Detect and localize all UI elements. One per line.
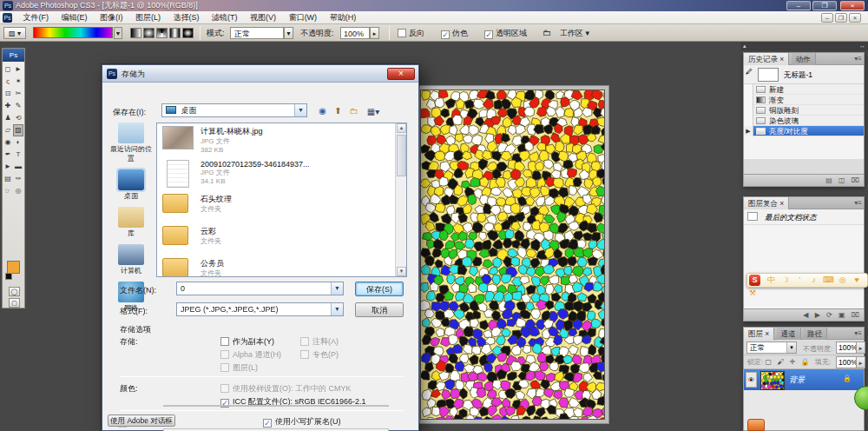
maximize-button[interactable]: ❐ (812, 1, 837, 10)
as-copy-checkbox[interactable]: 作为副本(Y) (220, 336, 274, 348)
new-snapshot-icon[interactable]: ◫ (838, 176, 845, 184)
new-folder-icon[interactable]: 🗀 (347, 104, 360, 117)
place-computer[interactable]: 计算机 (108, 244, 155, 275)
doc-restore-button[interactable]: ❐ (835, 13, 847, 23)
next-comp-icon[interactable]: ▶ (815, 311, 820, 319)
screen-mode-button[interactable]: ▢ (9, 298, 20, 308)
expand-dock-icon[interactable]: ↔ (859, 42, 865, 50)
radial-gradient-button[interactable] (143, 28, 155, 38)
history-state[interactable]: 新建 (744, 84, 864, 95)
new-comp-icon[interactable]: ▣ (838, 311, 845, 319)
reflected-gradient-button[interactable] (169, 28, 181, 38)
chinese-mode-icon[interactable]: 中 (766, 274, 776, 287)
opacity-arrow-icon[interactable]: ▸ (370, 27, 379, 39)
menu-image[interactable]: 图像(I) (95, 11, 128, 24)
lock-transparent-icon[interactable]: ▢ (765, 358, 772, 366)
save-button[interactable]: 保存(S) (355, 282, 404, 296)
cancel-button[interactable]: 取消 (355, 302, 404, 317)
menu-filter[interactable]: 滤镜(T) (207, 11, 243, 24)
background-color-swatch[interactable] (5, 273, 12, 280)
slice-tool[interactable]: ✂ (13, 88, 23, 100)
search-icon[interactable]: ◎ (838, 274, 848, 287)
layer-row-background[interactable]: 👁 背景 🔒 (744, 369, 864, 390)
fill-value[interactable]: 100% (836, 356, 857, 368)
mode-select[interactable]: 正常 (230, 27, 284, 39)
menu-layer[interactable]: 图层(L) (130, 11, 166, 24)
tray-app-icon[interactable] (747, 419, 765, 431)
close-button[interactable]: × (840, 1, 865, 10)
healing-brush-tool[interactable]: ✚ (3, 100, 13, 112)
punctuation-icon[interactable]: ’ (794, 274, 805, 287)
quick-mask-button[interactable]: ◯ (9, 287, 20, 296)
save-in-select[interactable]: 桌面 ▼ (161, 103, 307, 117)
lowercase-checkbox[interactable]: ✓使用小写扩展名(U) (263, 416, 341, 428)
doc-minimize-button[interactable]: – (821, 13, 833, 23)
file-row[interactable]: 云彩 文件夹 (157, 221, 406, 253)
mode-select-arrow-icon[interactable]: ▼ (284, 27, 293, 39)
place-desktop[interactable]: 桌面 (108, 169, 155, 201)
scroll-up-icon[interactable]: ▲ (397, 123, 406, 133)
blend-mode-select[interactable]: 正常▼ (746, 341, 797, 354)
sogou-logo-icon[interactable]: S (749, 275, 760, 286)
lock-move-icon[interactable]: ✛ (790, 358, 796, 366)
dialog-title-bar[interactable]: Ps 存储为 × (102, 65, 418, 83)
reverse-checkbox[interactable]: 反向 (398, 27, 424, 39)
file-row[interactable]: 20091027012359-346184937... JPG 文件 34.1 … (157, 157, 406, 189)
minimize-button[interactable]: – (786, 1, 811, 10)
canvas-image[interactable] (420, 90, 605, 420)
menu-help[interactable]: 帮助(H) (325, 11, 362, 24)
visibility-eye-icon[interactable]: 👁 (746, 372, 757, 388)
history-state[interactable]: 渐变 (744, 95, 864, 105)
magic-wand-tool[interactable]: ✶ (13, 76, 23, 88)
half-moon-icon[interactable]: ☽ (780, 274, 791, 287)
gradient-tool[interactable]: ▨ (13, 124, 23, 136)
delete-comp-icon[interactable]: ⌧ (852, 311, 859, 319)
opacity-input[interactable]: 100% (340, 27, 370, 39)
sogou-input-bar[interactable]: S 中 ☽ ’ ♪ ⌨ ◎ ♥ ⚒ (746, 273, 868, 288)
tool-preset-picker[interactable]: ▨ ▾ (3, 27, 26, 39)
gradient-picker-arrow-icon[interactable]: ▼ (114, 27, 122, 39)
crop-tool[interactable]: ⊡ (3, 88, 13, 100)
menu-select[interactable]: 选择(S) (168, 11, 205, 24)
prev-comp-icon[interactable]: ◀ (803, 311, 808, 319)
pen-tool[interactable]: ✒ (3, 149, 13, 161)
diamond-gradient-button[interactable] (182, 28, 194, 38)
update-comp-icon[interactable]: ⟳ (826, 311, 832, 319)
eyedropper-tool[interactable]: ✑ (13, 173, 23, 185)
dialog-close-button[interactable]: × (387, 68, 415, 80)
transparency-checkbox[interactable]: ✓透明区域 (484, 27, 527, 39)
path-select-tool[interactable]: ► (3, 161, 13, 173)
zoom-tool[interactable]: ◎ (13, 185, 23, 197)
toolbox-header[interactable]: Ps (3, 49, 24, 62)
foreground-color-swatch[interactable] (7, 261, 20, 274)
lock-all-icon[interactable]: 🔒 (800, 358, 809, 366)
notes-tool[interactable]: ▤ (3, 173, 13, 185)
dodge-tool[interactable]: ◐ (13, 136, 23, 149)
snapshot-row[interactable]: 🖉 无标题-1 (744, 65, 864, 84)
dither-checkbox[interactable]: ✓仿色 (441, 27, 468, 39)
back-icon[interactable]: ◉ (316, 104, 329, 117)
panel-menu-icon[interactable]: ▾≡ (854, 55, 862, 63)
shape-tool[interactable]: ▬ (13, 161, 23, 173)
delete-state-icon[interactable]: ⌧ (852, 176, 859, 184)
place-libraries[interactable]: 库 (108, 207, 155, 238)
skin-icon[interactable]: ♥ (852, 274, 862, 287)
filename-input[interactable]: 0 ▼ (176, 282, 344, 295)
scrollbar-thumb[interactable] (397, 135, 406, 176)
hand-tool[interactable]: ☞ (3, 185, 13, 197)
layer-comp-row[interactable]: 最后的文档状态 (744, 209, 864, 225)
new-document-from-state-icon[interactable]: ▤ (825, 176, 832, 184)
history-brush-tool[interactable]: ⟲ (13, 112, 23, 124)
panel-menu-icon[interactable]: ▾≡ (854, 199, 862, 207)
lock-paint-icon[interactable]: 🖌 (777, 358, 784, 366)
history-state[interactable]: 铜版雕刻 (744, 105, 864, 116)
tab-layer-comps[interactable]: 图层复合 × (744, 197, 789, 209)
type-tool[interactable]: T (13, 149, 23, 161)
soft-keyboard-icon[interactable]: ⌨ (823, 274, 833, 287)
rect-marquee-tool[interactable]: ◻ (3, 63, 13, 76)
brush-tool[interactable]: ✎ (13, 100, 23, 112)
format-select[interactable]: JPEG (*.JPG,*.JPEG,*.JPE) ▼ (176, 302, 344, 316)
eraser-tool[interactable]: ▱ (3, 124, 13, 136)
angle-gradient-button[interactable] (156, 28, 168, 38)
file-row[interactable]: 计算机-林晓林.jpg JPG 文件 382 KB (157, 123, 406, 157)
